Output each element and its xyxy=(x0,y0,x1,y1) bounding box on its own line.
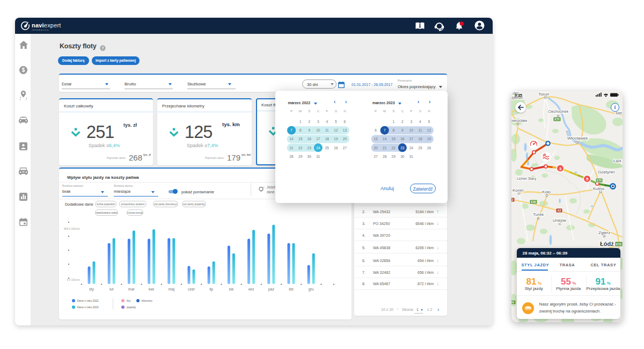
svg-text:kwi: kwi xyxy=(149,287,155,291)
svg-text:1: 1 xyxy=(392,120,394,123)
svg-text:E75: E75 xyxy=(597,179,602,182)
svg-text:W: W xyxy=(299,110,302,113)
svg-text:24: 24 xyxy=(316,146,320,150)
svg-text:28: 28 xyxy=(383,155,387,158)
svg-text:17: 17 xyxy=(409,137,414,141)
svg-text:9:35: 9:35 xyxy=(515,93,522,97)
svg-text:P: P xyxy=(410,110,412,113)
svg-text:W: W xyxy=(383,110,386,113)
svg-text:15: 15 xyxy=(392,137,396,141)
svg-text:C: C xyxy=(401,110,404,113)
svg-text:P: P xyxy=(375,110,377,113)
svg-text:N: N xyxy=(343,110,346,113)
svg-text:$: $ xyxy=(22,67,25,73)
svg-text:11: 11 xyxy=(419,128,422,132)
svg-text:12: 12 xyxy=(427,128,431,132)
svg-text:maj: maj xyxy=(169,287,175,292)
svg-text:14: 14 xyxy=(383,137,387,141)
svg-text:23: 23 xyxy=(400,146,405,150)
svg-text:8: 8 xyxy=(392,128,394,132)
svg-text:31: 31 xyxy=(409,155,414,158)
svg-text:sty: sty xyxy=(89,287,94,292)
svg-text:3: 3 xyxy=(410,120,412,123)
svg-text:Łąck: Łąck xyxy=(613,159,621,163)
svg-text:19: 19 xyxy=(334,137,338,141)
svg-text:paź: paź xyxy=(268,287,275,292)
svg-text:Ś: Ś xyxy=(392,109,394,113)
svg-text:27: 27 xyxy=(343,146,347,150)
svg-text:Kutno: Kutno xyxy=(593,186,604,191)
svg-text:Lichen Stary: Lichen Stary xyxy=(517,177,537,181)
svg-text:Włocławek: Włocławek xyxy=(567,136,588,141)
svg-text:10: 10 xyxy=(409,128,414,132)
svg-text:6: 6 xyxy=(375,128,377,132)
svg-text:7: 7 xyxy=(290,128,292,132)
svg-text:9: 9 xyxy=(308,128,310,132)
svg-text:9: 9 xyxy=(401,128,404,132)
svg-text:Zgierz: Zgierz xyxy=(598,230,610,235)
svg-text:25: 25 xyxy=(325,146,330,150)
svg-text:21: 21 xyxy=(383,146,387,150)
svg-text:S: S xyxy=(335,110,337,113)
svg-text:18: 18 xyxy=(325,137,330,141)
svg-text:N: N xyxy=(428,110,430,113)
svg-text:20: 20 xyxy=(343,137,347,141)
svg-text:Konin: Konin xyxy=(513,188,523,193)
svg-text:16: 16 xyxy=(308,137,312,141)
svg-text:E30: E30 xyxy=(531,200,536,203)
svg-text:22: 22 xyxy=(392,146,396,150)
svg-text:A2: A2 xyxy=(558,209,561,212)
svg-text:13: 13 xyxy=(374,137,378,141)
svg-text:E75: E75 xyxy=(616,243,621,246)
svg-text:5: 5 xyxy=(428,120,430,123)
svg-text:4: 4 xyxy=(419,120,421,123)
svg-text:1: 1 xyxy=(299,120,302,123)
svg-text:31: 31 xyxy=(316,155,320,158)
svg-text:4: 4 xyxy=(326,120,328,123)
svg-text:15: 15 xyxy=(298,137,303,141)
svg-text:C: C xyxy=(317,110,320,113)
svg-text:10: 10 xyxy=(316,128,320,132)
svg-text:13: 13 xyxy=(343,128,347,132)
svg-text:18: 18 xyxy=(418,137,422,141)
svg-text:lip: lip xyxy=(209,287,213,292)
svg-text:Koło: Koło xyxy=(542,190,551,194)
svg-text:czer: czer xyxy=(188,287,195,291)
svg-text:Łódź: Łódź xyxy=(600,241,614,247)
svg-text:Sier: Sier xyxy=(616,111,623,115)
svg-text:2: 2 xyxy=(401,120,404,123)
svg-text:12: 12 xyxy=(334,128,338,132)
svg-text:E6: E6 xyxy=(511,301,514,304)
svg-text:mar: mar xyxy=(128,287,135,291)
svg-text:7: 7 xyxy=(384,128,386,132)
svg-text:24: 24 xyxy=(409,146,414,150)
svg-text:lut: lut xyxy=(109,287,113,291)
svg-text:3: 3 xyxy=(559,166,561,171)
svg-text:17: 17 xyxy=(316,137,320,141)
svg-text:3: 3 xyxy=(317,120,319,123)
svg-text:Ś: Ś xyxy=(308,109,310,113)
svg-text:30: 30 xyxy=(308,155,312,158)
svg-text:19: 19 xyxy=(427,137,431,141)
svg-text:Gostynin: Gostynin xyxy=(598,170,615,174)
svg-text:P: P xyxy=(326,110,328,113)
svg-text:26: 26 xyxy=(427,146,431,150)
svg-text:29: 29 xyxy=(298,155,303,158)
svg-text:14: 14 xyxy=(289,137,294,141)
svg-text:23: 23 xyxy=(308,146,312,150)
svg-text:2: 2 xyxy=(308,120,310,123)
svg-text:Ciechocinek: Ciechocinek xyxy=(548,110,569,113)
svg-text:20: 20 xyxy=(374,146,378,150)
svg-text:Turek: Turek xyxy=(533,212,544,217)
svg-text:list: list xyxy=(289,287,294,291)
svg-text:S: S xyxy=(419,110,421,113)
svg-text:gru: gru xyxy=(309,287,314,292)
svg-text:30: 30 xyxy=(400,155,405,158)
svg-text:2: 2 xyxy=(512,198,514,201)
svg-text:sie: sie xyxy=(229,287,233,291)
svg-text:Toruń: Toruń xyxy=(538,92,549,97)
svg-text:16: 16 xyxy=(400,137,405,141)
svg-text:6: 6 xyxy=(344,120,346,123)
svg-text:P: P xyxy=(290,110,292,113)
svg-text:21: 21 xyxy=(289,146,294,150)
